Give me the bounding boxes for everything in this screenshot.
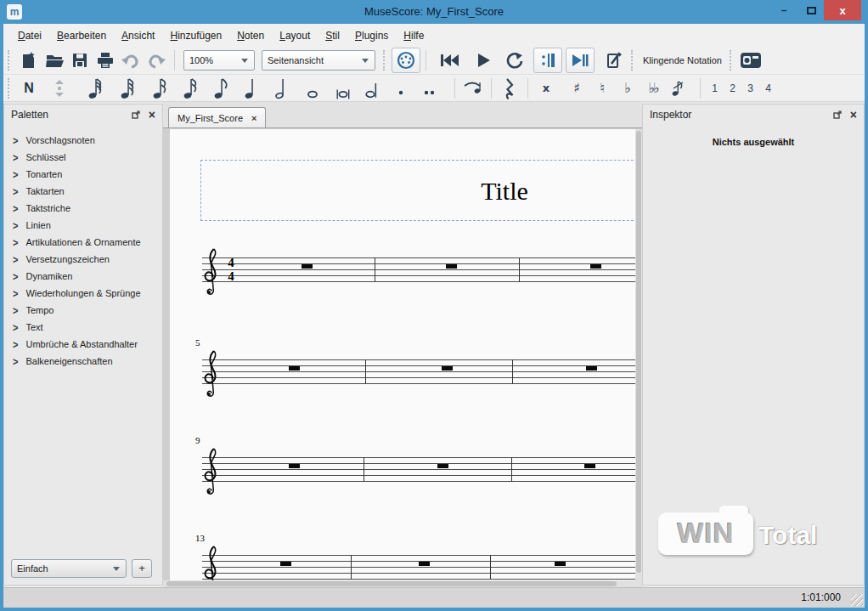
metronome-button[interactable]: [601, 48, 627, 72]
flat-button[interactable]: ♭: [615, 76, 640, 100]
augmentation-dot-button[interactable]: [388, 76, 414, 100]
palette-item-dynamiken[interactable]: >Dynamiken: [13, 268, 162, 285]
measure-rest[interactable]: [586, 366, 597, 371]
toolbar-drag-handle[interactable]: [730, 50, 736, 71]
workspace-select[interactable]: Einfach: [11, 559, 127, 578]
treble-clef-icon[interactable]: [202, 247, 221, 297]
minimize-button[interactable]: –: [771, 0, 797, 20]
menu-plugins[interactable]: Plugins: [347, 26, 396, 45]
voice-2-button[interactable]: 2: [724, 82, 741, 94]
zoom-select[interactable]: 100%: [183, 50, 255, 71]
treble-clef-icon[interactable]: [202, 349, 221, 399]
treble-clef-icon[interactable]: [202, 545, 221, 584]
rest-button[interactable]: [497, 76, 522, 100]
menu-stil[interactable]: Stil: [318, 26, 347, 45]
horizontal-scrollbar[interactable]: [163, 580, 635, 587]
staff-system-3[interactable]: 9: [202, 457, 635, 482]
voice-1-button[interactable]: 1: [706, 82, 724, 94]
loop-playback-button[interactable]: [501, 48, 527, 72]
palette-item-versetzungszeichen[interactable]: >Versetzungszeichen: [13, 251, 162, 268]
measure-rest[interactable]: [280, 562, 291, 566]
barline[interactable]: [375, 257, 375, 282]
resize-grip-icon[interactable]: [851, 594, 863, 606]
undo-button[interactable]: [118, 48, 144, 72]
concert-pitch-toggle[interactable]: Klingende Notation: [640, 55, 725, 65]
note-breve-button[interactable]: [330, 76, 356, 100]
toolbar-drag-handle[interactable]: [383, 50, 389, 71]
double-dot-button[interactable]: [417, 76, 442, 100]
score-title[interactable]: Title: [481, 177, 528, 206]
palette-item-wiederholungen[interactable]: >Wiederholungen & Sprünge: [13, 285, 162, 302]
note-quarter-button[interactable]: [239, 76, 264, 100]
barline[interactable]: [511, 457, 512, 482]
play-repeats-button[interactable]: [533, 48, 562, 73]
natural-button[interactable]: ♮: [589, 76, 615, 100]
palette-item-umbrueche[interactable]: >Umbrüche & Abstandhalter: [13, 336, 162, 353]
play-button[interactable]: [471, 48, 496, 72]
menu-hilfe[interactable]: Hilfe: [396, 26, 431, 45]
close-panel-icon[interactable]: ×: [149, 108, 155, 122]
staff-system-4[interactable]: 13: [202, 555, 635, 580]
measure-rest[interactable]: [446, 264, 457, 269]
menu-noten[interactable]: Noten: [229, 26, 272, 45]
time-signature[interactable]: 4 4: [225, 256, 237, 283]
scrollbar-thumb[interactable]: [166, 581, 617, 586]
note-longa-button[interactable]: [359, 76, 385, 100]
save-button[interactable]: [67, 48, 93, 72]
menu-bearbeiten[interactable]: Bearbeiten: [49, 26, 114, 45]
barline[interactable]: [365, 359, 366, 384]
palette-item-taktstriche[interactable]: >Taktstriche: [13, 200, 162, 217]
measure-rest[interactable]: [442, 366, 453, 371]
open-file-button[interactable]: [42, 48, 67, 72]
palette-item-linien[interactable]: >Linien: [13, 217, 162, 234]
tab-my-first-score[interactable]: My_First_Score ×: [168, 107, 266, 127]
rewind-button[interactable]: [437, 48, 462, 72]
image-capture-button[interactable]: [738, 48, 764, 72]
double-sharp-button[interactable]: x: [533, 76, 559, 100]
step-selector-button[interactable]: [47, 76, 72, 100]
double-flat-button[interactable]: ♭♭: [640, 76, 666, 100]
close-panel-icon[interactable]: ×: [850, 108, 857, 122]
barline[interactable]: [512, 359, 513, 384]
note-16th-button[interactable]: [178, 76, 203, 100]
measure-rest[interactable]: [437, 464, 448, 468]
float-panel-icon[interactable]: [833, 110, 842, 119]
note-32nd-button[interactable]: [147, 76, 172, 100]
print-button[interactable]: [93, 48, 118, 72]
score-page[interactable]: Title 4 4: [170, 129, 635, 584]
float-panel-icon[interactable]: [132, 110, 140, 119]
menu-datei[interactable]: Datei: [10, 26, 49, 45]
barline[interactable]: [351, 555, 352, 580]
midi-input-button[interactable]: [392, 48, 420, 73]
palette-item-taktarten[interactable]: >Taktarten: [13, 183, 162, 200]
menu-layout[interactable]: Layout: [272, 26, 318, 45]
close-button[interactable]: x: [824, 0, 861, 20]
note-whole-button[interactable]: [300, 76, 325, 100]
tab-close-icon[interactable]: ×: [251, 113, 256, 123]
palette-item-vorschlagsnoten[interactable]: >Vorschlagsnoten: [13, 132, 162, 149]
menu-hinzufuegen[interactable]: Hinzufügen: [162, 26, 229, 45]
measure-rest[interactable]: [590, 264, 601, 269]
palette-item-schluessel[interactable]: >Schlüssel: [13, 149, 162, 166]
note-half-button[interactable]: [269, 76, 295, 100]
measure-rest[interactable]: [555, 562, 566, 566]
vertical-scrollbar[interactable]: [635, 129, 642, 587]
new-score-button[interactable]: [16, 48, 42, 72]
maximize-button[interactable]: [798, 0, 824, 20]
toolbar-drag-handle[interactable]: [8, 50, 14, 71]
barline[interactable]: [364, 457, 364, 482]
measure-rest[interactable]: [419, 562, 430, 566]
note-input-button[interactable]: N: [16, 76, 42, 100]
note-64th-button[interactable]: [115, 76, 140, 100]
staff-system-1[interactable]: 4 4: [202, 257, 635, 282]
palette-item-text[interactable]: >Text: [13, 319, 162, 336]
palette-item-artikulationen[interactable]: >Artikulationen & Ornamente: [13, 234, 162, 251]
staff-system-2[interactable]: 5: [202, 359, 635, 384]
pan-playback-button[interactable]: [566, 48, 595, 73]
menu-ansicht[interactable]: Ansicht: [114, 26, 162, 45]
palette-item-tonarten[interactable]: >Tonarten: [13, 166, 162, 183]
note-eighth-button[interactable]: [208, 76, 234, 100]
grace-note-button[interactable]: [666, 76, 691, 100]
tie-button[interactable]: [460, 76, 486, 100]
title-frame[interactable]: Title: [200, 160, 635, 221]
